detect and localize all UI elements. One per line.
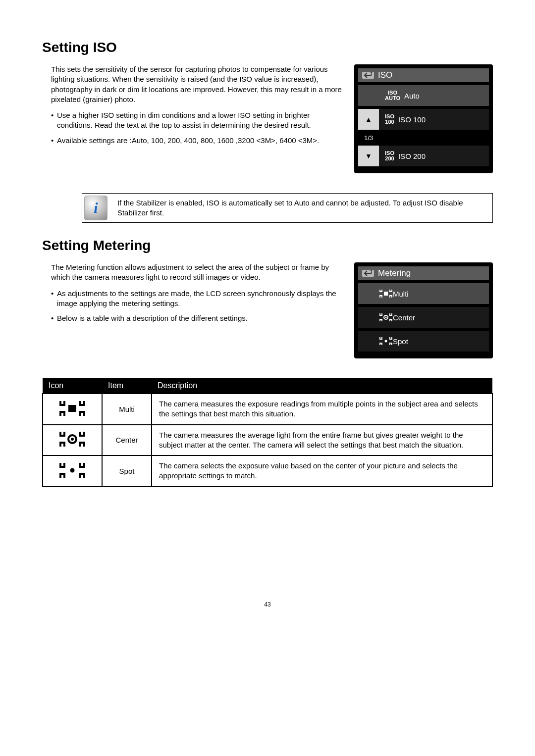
info-icon: i: [84, 196, 107, 220]
table-description: The camera measures the average light fr…: [152, 425, 492, 456]
iso-menu-item[interactable]: ISO AUTO Auto: [358, 85, 489, 106]
table-header-item: Item: [102, 378, 152, 394]
iso-menu-page-row: 1/3: [358, 133, 489, 143]
page-indicator: 1/3: [358, 133, 379, 143]
iso-menu-header: ISO: [358, 68, 489, 82]
svg-rect-4: [68, 405, 76, 412]
svg-rect-0: [384, 292, 388, 296]
heading-metering: Setting Metering: [42, 238, 493, 253]
svg-point-2: [385, 317, 387, 318]
svg-point-6: [71, 438, 74, 441]
table-header-description: Description: [152, 378, 492, 394]
back-icon[interactable]: [362, 270, 374, 277]
metering-text-column: The Metering function allows adjustment …: [42, 262, 344, 358]
table-item: Multi: [102, 394, 152, 425]
iso-intro: This sets the sensitivity of the sensor …: [51, 64, 344, 104]
table-row: Multi The camera measures the exposure r…: [43, 394, 492, 425]
metering-center-icon: [379, 313, 393, 322]
page-number: 43: [42, 601, 493, 608]
table-item: Center: [102, 425, 152, 456]
iso-bullet-list: Use a higher ISO setting in dim conditio…: [51, 110, 344, 146]
iso-menu-lcd: ISO ISO AUTO Auto ▲ ISO: [354, 64, 493, 173]
metering-spot-icon: [59, 462, 85, 480]
metering-menu-header: Metering: [358, 266, 489, 280]
svg-point-7: [70, 468, 75, 472]
down-arrow-button[interactable]: ▼: [358, 146, 379, 166]
metering-menu-item-label: Center: [393, 313, 415, 322]
iso-menu-item-label: ISO 100: [398, 115, 426, 124]
metering-bullet: Below is a table with a description of t…: [51, 313, 344, 323]
metering-menu-item-label: Spot: [393, 337, 408, 346]
metering-menu-item[interactable]: Multi: [358, 283, 489, 304]
table-item: Spot: [102, 455, 152, 487]
table-row: Center The camera measures the average l…: [43, 425, 492, 456]
table-row: Spot The camera selects the exposure val…: [43, 455, 492, 487]
iso-text-column: This sets the sensitivity of the sensor …: [42, 64, 344, 173]
section-setting-iso: Setting ISO This sets the sensitivity of…: [42, 40, 493, 173]
table-description: The camera selects the exposure value ba…: [152, 455, 492, 487]
metering-menu-lcd: Metering Multi Ce: [354, 262, 493, 358]
iso-auto-icon: ISO AUTO: [385, 90, 400, 101]
iso-bullet: Available settings are :Auto, 100, 200, …: [51, 136, 344, 146]
up-arrow-button[interactable]: ▲: [358, 109, 379, 130]
metering-menu-item[interactable]: Spot: [358, 331, 489, 352]
metering-center-icon: [59, 431, 85, 449]
iso-menu-item-label: Auto: [404, 92, 420, 100]
table-header-icon: Icon: [43, 378, 102, 394]
metering-description-table: Icon Item Description Multi The camera m…: [42, 378, 493, 487]
metering-bullet: As adjustments to the settings are made,…: [51, 289, 344, 309]
iso-bullet: Use a higher ISO setting in dim conditio…: [51, 110, 344, 131]
info-note-text: If the Stabilizer is enabled, ISO is aut…: [117, 198, 486, 218]
metering-multi-icon: [379, 289, 393, 298]
iso-100-icon: ISO 100: [385, 114, 394, 125]
table-description: The camera measures the exposure reading…: [152, 394, 492, 425]
metering-menu-title: Metering: [378, 268, 411, 278]
svg-point-3: [385, 340, 387, 343]
metering-intro: The Metering function allows adjustment …: [51, 262, 344, 283]
iso-menu-title: ISO: [378, 70, 392, 80]
metering-multi-icon: [59, 400, 85, 418]
iso-200-icon: ISO 200: [385, 151, 394, 161]
iso-menu-item[interactable]: ▲ ISO 100 ISO 100: [358, 109, 489, 130]
heading-iso: Setting ISO: [42, 40, 493, 55]
metering-menu-item[interactable]: Center: [358, 307, 489, 328]
metering-spot-icon: [379, 337, 393, 346]
metering-menu-item-label: Multi: [393, 290, 409, 298]
iso-menu-item-label: ISO 200: [398, 152, 426, 160]
info-note-box: i If the Stabilizer is enabled, ISO is a…: [82, 193, 493, 223]
back-icon[interactable]: [362, 72, 374, 79]
metering-bullet-list: As adjustments to the settings are made,…: [51, 289, 344, 324]
iso-menu-item[interactable]: ▼ ISO 200 ISO 200: [358, 146, 489, 166]
section-setting-metering: Setting Metering The Metering function a…: [42, 238, 493, 358]
